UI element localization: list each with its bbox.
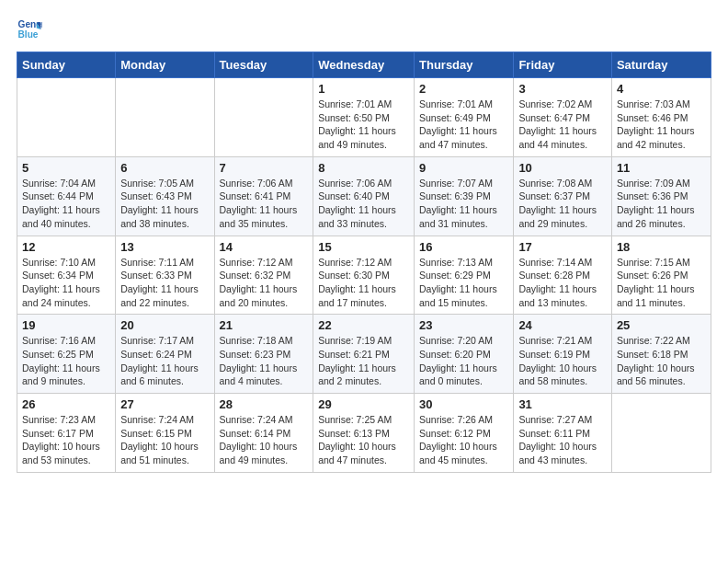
day-number: 29 [318, 397, 409, 411]
day-info: Sunrise: 7:17 AM Sunset: 6:24 PM Dayligh… [120, 334, 209, 388]
calendar-cell: 24Sunrise: 7:21 AM Sunset: 6:19 PM Dayli… [514, 315, 612, 394]
calendar-cell: 22Sunrise: 7:19 AM Sunset: 6:21 PM Dayli… [313, 315, 415, 394]
logo-icon: General Blue [17, 17, 42, 42]
calendar-cell: 13Sunrise: 7:11 AM Sunset: 6:33 PM Dayli… [116, 236, 214, 315]
weekday-header-friday: Friday [514, 52, 612, 78]
day-info: Sunrise: 7:12 AM Sunset: 6:32 PM Dayligh… [220, 256, 309, 310]
day-number: 28 [220, 397, 309, 411]
day-number: 24 [518, 318, 607, 332]
day-info: Sunrise: 7:23 AM Sunset: 6:17 PM Dayligh… [22, 413, 110, 467]
calendar-cell: 4Sunrise: 7:03 AM Sunset: 6:46 PM Daylig… [611, 78, 711, 157]
calendar-cell: 2Sunrise: 7:01 AM Sunset: 6:49 PM Daylig… [415, 78, 514, 157]
day-info: Sunrise: 7:08 AM Sunset: 6:37 PM Dayligh… [518, 177, 607, 231]
calendar-cell: 5Sunrise: 7:04 AM Sunset: 6:44 PM Daylig… [17, 156, 116, 236]
day-info: Sunrise: 7:18 AM Sunset: 6:23 PM Dayligh… [220, 334, 309, 388]
day-info: Sunrise: 7:27 AM Sunset: 6:11 PM Dayligh… [518, 413, 607, 467]
day-info: Sunrise: 7:06 AM Sunset: 6:40 PM Dayligh… [318, 177, 409, 231]
calendar-cell: 14Sunrise: 7:12 AM Sunset: 6:32 PM Dayli… [214, 236, 313, 315]
calendar-cell: 20Sunrise: 7:17 AM Sunset: 6:24 PM Dayli… [116, 315, 214, 394]
calendar-cell: 3Sunrise: 7:02 AM Sunset: 6:47 PM Daylig… [514, 78, 612, 157]
day-number: 13 [120, 240, 209, 254]
day-info: Sunrise: 7:10 AM Sunset: 6:34 PM Dayligh… [22, 256, 110, 310]
day-number: 31 [518, 397, 607, 411]
calendar-cell: 1Sunrise: 7:01 AM Sunset: 6:50 PM Daylig… [313, 78, 415, 157]
calendar-cell: 7Sunrise: 7:06 AM Sunset: 6:41 PM Daylig… [214, 156, 313, 236]
day-info: Sunrise: 7:04 AM Sunset: 6:44 PM Dayligh… [22, 177, 110, 231]
day-info: Sunrise: 7:05 AM Sunset: 6:43 PM Dayligh… [120, 177, 209, 231]
week-row-4: 19Sunrise: 7:16 AM Sunset: 6:25 PM Dayli… [17, 315, 711, 394]
day-number: 11 [617, 161, 706, 175]
svg-text:Blue: Blue [18, 29, 39, 40]
calendar-cell: 29Sunrise: 7:25 AM Sunset: 6:13 PM Dayli… [313, 394, 415, 473]
calendar-cell [214, 78, 313, 157]
page: General Blue SundayMondayTuesdayWednesda… [0, 0, 728, 563]
week-row-2: 5Sunrise: 7:04 AM Sunset: 6:44 PM Daylig… [17, 156, 711, 236]
week-row-5: 26Sunrise: 7:23 AM Sunset: 6:17 PM Dayli… [17, 394, 711, 473]
day-number: 20 [120, 318, 209, 332]
calendar-cell [116, 78, 214, 157]
day-info: Sunrise: 7:16 AM Sunset: 6:25 PM Dayligh… [22, 334, 110, 388]
day-info: Sunrise: 7:19 AM Sunset: 6:21 PM Dayligh… [318, 334, 409, 388]
day-number: 6 [120, 161, 209, 175]
day-info: Sunrise: 7:25 AM Sunset: 6:13 PM Dayligh… [318, 413, 409, 467]
day-number: 9 [419, 161, 508, 175]
day-info: Sunrise: 7:11 AM Sunset: 6:33 PM Dayligh… [120, 256, 209, 310]
day-info: Sunrise: 7:06 AM Sunset: 6:41 PM Dayligh… [220, 177, 309, 231]
day-info: Sunrise: 7:12 AM Sunset: 6:30 PM Dayligh… [318, 256, 409, 310]
calendar-cell: 10Sunrise: 7:08 AM Sunset: 6:37 PM Dayli… [514, 156, 612, 236]
day-number: 15 [318, 240, 409, 254]
day-number: 12 [22, 240, 110, 254]
calendar: SundayMondayTuesdayWednesdayThursdayFrid… [17, 52, 711, 473]
day-info: Sunrise: 7:15 AM Sunset: 6:26 PM Dayligh… [617, 256, 706, 310]
weekday-header-tuesday: Tuesday [214, 52, 313, 78]
day-number: 22 [318, 318, 409, 332]
day-number: 14 [220, 240, 309, 254]
day-number: 25 [617, 318, 706, 332]
calendar-cell [17, 78, 116, 157]
day-number: 10 [518, 161, 607, 175]
day-info: Sunrise: 7:26 AM Sunset: 6:12 PM Dayligh… [419, 413, 508, 467]
weekday-header-saturday: Saturday [611, 52, 711, 78]
calendar-cell: 26Sunrise: 7:23 AM Sunset: 6:17 PM Dayli… [17, 394, 116, 473]
day-info: Sunrise: 7:22 AM Sunset: 6:18 PM Dayligh… [617, 334, 706, 388]
weekday-header-thursday: Thursday [415, 52, 514, 78]
day-info: Sunrise: 7:09 AM Sunset: 6:36 PM Dayligh… [617, 177, 706, 231]
day-info: Sunrise: 7:24 AM Sunset: 6:15 PM Dayligh… [120, 413, 209, 467]
day-number: 21 [220, 318, 309, 332]
day-info: Sunrise: 7:21 AM Sunset: 6:19 PM Dayligh… [518, 334, 607, 388]
day-number: 1 [318, 82, 409, 96]
day-info: Sunrise: 7:24 AM Sunset: 6:14 PM Dayligh… [220, 413, 309, 467]
weekday-header-sunday: Sunday [17, 52, 116, 78]
day-number: 17 [518, 240, 607, 254]
calendar-cell: 23Sunrise: 7:20 AM Sunset: 6:20 PM Dayli… [415, 315, 514, 394]
day-number: 30 [419, 397, 508, 411]
calendar-cell: 6Sunrise: 7:05 AM Sunset: 6:43 PM Daylig… [116, 156, 214, 236]
day-number: 27 [120, 397, 209, 411]
calendar-cell: 25Sunrise: 7:22 AM Sunset: 6:18 PM Dayli… [611, 315, 711, 394]
day-number: 26 [22, 397, 110, 411]
calendar-cell: 18Sunrise: 7:15 AM Sunset: 6:26 PM Dayli… [611, 236, 711, 315]
calendar-cell [611, 394, 711, 473]
day-number: 4 [617, 82, 706, 96]
calendar-cell: 12Sunrise: 7:10 AM Sunset: 6:34 PM Dayli… [17, 236, 116, 315]
day-info: Sunrise: 7:01 AM Sunset: 6:50 PM Dayligh… [318, 98, 409, 152]
day-number: 3 [518, 82, 607, 96]
header: General Blue [17, 17, 711, 42]
day-number: 7 [220, 161, 309, 175]
day-number: 18 [617, 240, 706, 254]
day-info: Sunrise: 7:02 AM Sunset: 6:47 PM Dayligh… [518, 98, 607, 152]
calendar-cell: 30Sunrise: 7:26 AM Sunset: 6:12 PM Dayli… [415, 394, 514, 473]
week-row-3: 12Sunrise: 7:10 AM Sunset: 6:34 PM Dayli… [17, 236, 711, 315]
calendar-cell: 19Sunrise: 7:16 AM Sunset: 6:25 PM Dayli… [17, 315, 116, 394]
calendar-cell: 27Sunrise: 7:24 AM Sunset: 6:15 PM Dayli… [116, 394, 214, 473]
calendar-cell: 9Sunrise: 7:07 AM Sunset: 6:39 PM Daylig… [415, 156, 514, 236]
day-info: Sunrise: 7:03 AM Sunset: 6:46 PM Dayligh… [617, 98, 706, 152]
calendar-cell: 16Sunrise: 7:13 AM Sunset: 6:29 PM Dayli… [415, 236, 514, 315]
calendar-cell: 11Sunrise: 7:09 AM Sunset: 6:36 PM Dayli… [611, 156, 711, 236]
weekday-header-row: SundayMondayTuesdayWednesdayThursdayFrid… [17, 52, 711, 78]
day-info: Sunrise: 7:14 AM Sunset: 6:28 PM Dayligh… [518, 256, 607, 310]
calendar-cell: 15Sunrise: 7:12 AM Sunset: 6:30 PM Dayli… [313, 236, 415, 315]
day-info: Sunrise: 7:01 AM Sunset: 6:49 PM Dayligh… [419, 98, 508, 152]
day-number: 8 [318, 161, 409, 175]
weekday-header-monday: Monday [116, 52, 214, 78]
